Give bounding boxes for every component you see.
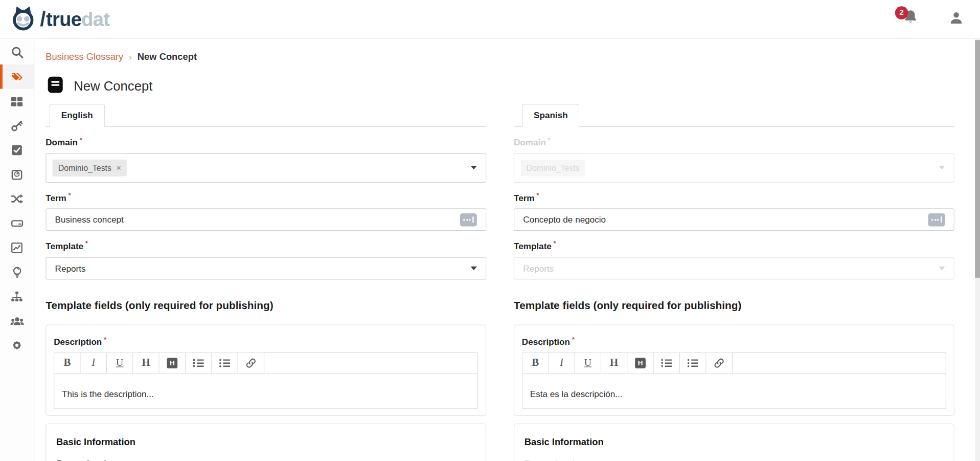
unordered-list-button[interactable] (680, 353, 706, 373)
template-label: Template* (514, 240, 954, 252)
unordered-list-icon (219, 358, 231, 367)
lightbulb-icon (11, 266, 22, 278)
term-value: Business concept (55, 215, 124, 225)
sidebar-nav (0, 39, 34, 461)
template-fields-heading: Template fields (only required for publi… (514, 300, 954, 312)
domain-label: Domain* (45, 136, 486, 147)
sitemap-icon (11, 290, 23, 302)
template-label: Template* (45, 240, 486, 252)
domain-select-disabled: Dominio_Tests (514, 153, 954, 182)
grid-icon (11, 95, 23, 107)
tab-english[interactable]: English (50, 104, 105, 127)
required-asterisk: * (80, 136, 82, 143)
domain-chip[interactable]: Dominio_Tests✕ (53, 159, 127, 176)
sidebar-item-hdd[interactable] (0, 211, 34, 235)
sidebar-item-insights[interactable] (0, 259, 34, 284)
italic-button[interactable]: I (81, 353, 107, 373)
page-title: New Concept (74, 78, 152, 93)
sidebar-item-chart[interactable] (0, 235, 34, 260)
basic-information-card: Basic Information Report level Main repo… (45, 423, 486, 461)
description-card: Description* B I U H H (514, 324, 954, 415)
sidebar-item-check[interactable] (0, 138, 34, 162)
chevron-down-icon (939, 166, 945, 169)
column-spanish: Spanish Domain* Dominio_Tests Term* Conc… (514, 104, 954, 461)
term-input[interactable]: Business concept (45, 209, 486, 231)
truedat-logo[interactable]: /truedat (9, 5, 109, 33)
vertical-scrollbar (975, 39, 980, 461)
link-button[interactable] (706, 353, 733, 373)
brand-primary: true (46, 9, 81, 31)
required-asterisk: * (548, 136, 550, 143)
description-label: Description* (522, 335, 946, 347)
template-value: Reports (523, 264, 554, 274)
report-level-label: Report level (525, 458, 944, 461)
heading-block-button[interactable]: H (627, 353, 653, 373)
notification-badge: 2 (895, 6, 908, 19)
basic-information-card: Basic Information Report level Main repo… (514, 423, 954, 461)
text-expand-icon[interactable] (928, 213, 945, 227)
shuffle-icon (10, 192, 24, 205)
required-asterisk: * (69, 191, 71, 199)
description-card: Description* B I U H H (45, 324, 486, 415)
search-icon (10, 46, 24, 59)
gear-icon (11, 339, 23, 351)
text-expand-icon[interactable] (460, 213, 477, 227)
column-english: English Domain* Dominio_Tests✕ Term* Bus… (45, 104, 486, 461)
italic-button[interactable]: I (549, 353, 575, 373)
tab-spanish[interactable]: Spanish (522, 104, 580, 127)
link-button[interactable] (238, 353, 264, 373)
tabbar-english: English (45, 104, 486, 127)
sidebar-item-grid[interactable] (0, 89, 34, 114)
underline-button[interactable]: U (107, 353, 133, 373)
basic-information-title: Basic Information (525, 436, 944, 447)
ordered-list-button[interactable] (186, 353, 212, 373)
bold-button[interactable]: B (522, 353, 549, 373)
sidebar-item-search[interactable] (0, 40, 34, 64)
sidebar-item-settings[interactable] (0, 333, 34, 357)
breadcrumb-link-business-glossary[interactable]: Business Glossary (45, 51, 123, 62)
required-asterisk: * (536, 191, 539, 199)
required-asterisk: * (572, 335, 575, 343)
sidebar-item-users[interactable] (0, 309, 34, 333)
template-value: Reports (55, 264, 86, 274)
ordered-list-icon (193, 358, 204, 367)
template-select[interactable]: Reports (45, 257, 486, 279)
heading-block-button[interactable]: H (159, 353, 186, 373)
app-root: /truedat 2 (0, 0, 980, 461)
description-editor-body[interactable]: Esta es la descripción... (522, 374, 946, 408)
template-select-disabled: Reports (514, 257, 954, 279)
scrollbar-thumb[interactable] (975, 40, 980, 278)
description-label: Description* (54, 335, 478, 347)
chevron-down-icon (471, 267, 477, 270)
unordered-list-button[interactable] (212, 353, 238, 373)
sidebar-item-key[interactable] (0, 113, 34, 138)
owl-icon (9, 5, 36, 33)
description-editor-body[interactable]: This is the description... (54, 374, 477, 408)
underline-button[interactable]: U (575, 353, 601, 373)
link-icon (713, 357, 725, 369)
term-value: Concepto de negocio (523, 215, 606, 225)
notifications-button[interactable]: 2 (902, 9, 921, 30)
user-menu-button[interactable] (949, 10, 964, 28)
heading-button[interactable]: H (601, 353, 627, 373)
chevron-down-icon (939, 267, 945, 270)
domain-select[interactable]: Dominio_Tests✕ (45, 153, 486, 182)
unordered-list-icon (687, 358, 699, 367)
required-asterisk: * (104, 335, 106, 343)
key-icon (11, 119, 23, 131)
gauge-icon (11, 168, 23, 180)
sidebar-item-shuffle[interactable] (0, 186, 34, 211)
hdd-icon (10, 217, 24, 229)
term-input[interactable]: Concepto de negocio (514, 209, 954, 231)
heading-button[interactable]: H (133, 353, 159, 373)
required-asterisk: * (554, 240, 556, 248)
sidebar-item-glossary[interactable] (0, 64, 34, 89)
sidebar-item-taxonomy[interactable] (0, 284, 34, 309)
bold-button[interactable]: B (54, 353, 80, 373)
domain-label: Domain* (514, 136, 954, 147)
chart-line-icon (11, 241, 23, 253)
users-icon (10, 314, 24, 326)
chip-remove-icon[interactable]: ✕ (116, 164, 122, 172)
ordered-list-button[interactable] (654, 353, 680, 373)
sidebar-item-gauge[interactable] (0, 162, 34, 187)
